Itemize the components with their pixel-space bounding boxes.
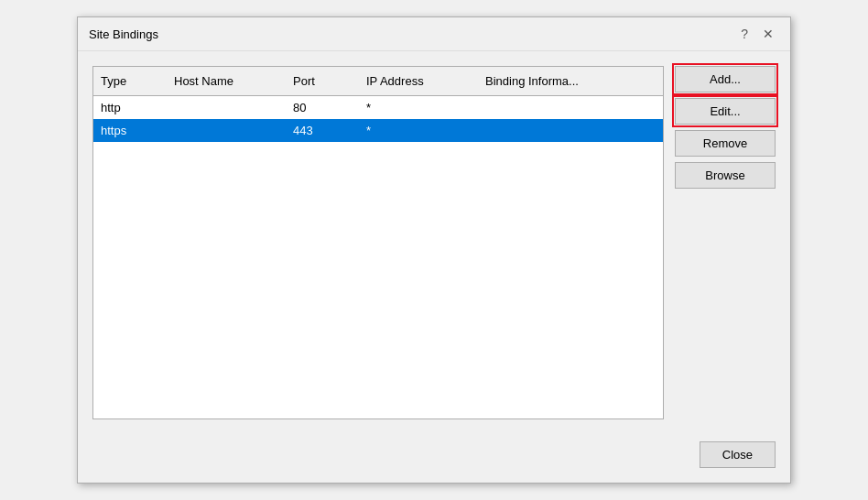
bindings-table: Type Host Name Port IP Address Binding I… — [92, 66, 664, 419]
dialog-footer: Close — [78, 434, 790, 483]
cell-type: http — [93, 99, 167, 116]
close-title-button[interactable]: ✕ — [757, 25, 779, 43]
cell-port: 80 — [286, 99, 359, 116]
edit-button[interactable]: Edit... — [675, 98, 776, 125]
col-header-hostname: Host Name — [167, 71, 286, 92]
title-actions: ? ✕ — [735, 25, 779, 43]
table-row[interactable]: https 443 * — [93, 119, 663, 142]
help-button[interactable]: ? — [735, 25, 754, 43]
col-header-ip: IP Address — [359, 71, 478, 92]
table-body: http 80 * https 443 * — [93, 96, 663, 418]
col-header-port: Port — [286, 71, 359, 92]
cell-ip: * — [359, 122, 478, 139]
site-bindings-dialog: Site Bindings ? ✕ Type Host Name Port IP… — [77, 16, 791, 484]
cell-binding — [478, 106, 643, 110]
dialog-title: Site Bindings — [89, 27, 158, 41]
col-header-type: Type — [93, 71, 167, 92]
add-button[interactable]: Add... — [675, 66, 776, 92]
cell-hostname — [167, 129, 286, 133]
remove-button[interactable]: Remove — [675, 130, 776, 157]
cell-binding — [478, 129, 643, 133]
cell-type: https — [93, 122, 167, 139]
action-buttons: Add... Edit... Remove Browse — [675, 66, 776, 419]
dialog-content: Type Host Name Port IP Address Binding I… — [78, 51, 790, 434]
table-header: Type Host Name Port IP Address Binding I… — [93, 67, 663, 96]
browse-button[interactable]: Browse — [675, 162, 776, 189]
cell-port: 443 — [286, 122, 359, 139]
cell-hostname — [167, 106, 286, 110]
cell-ip: * — [359, 99, 478, 116]
close-button[interactable]: Close — [700, 441, 776, 468]
table-row[interactable]: http 80 * — [93, 96, 663, 119]
col-header-binding: Binding Informa... — [478, 71, 643, 92]
title-bar: Site Bindings ? ✕ — [78, 17, 790, 51]
